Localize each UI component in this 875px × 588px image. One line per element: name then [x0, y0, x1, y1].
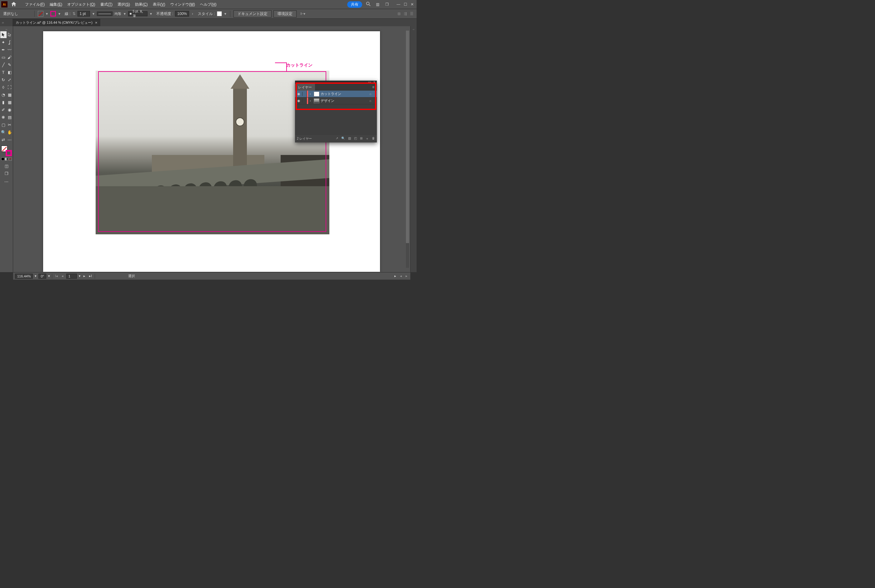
isolate-icon[interactable]: ⇶ [404, 12, 407, 16]
gradient-mode[interactable] [5, 158, 8, 160]
align-icon[interactable]: ⊩▾ [300, 12, 305, 16]
menu-s[interactable]: 選択(S) [115, 2, 132, 7]
search-layer-icon[interactable]: 🔍 [341, 136, 345, 141]
draw-mode[interactable]: ◫ [3, 162, 10, 170]
profile-dropdown[interactable]: ▾ [123, 12, 126, 16]
visibility-icon[interactable]: ◉ [295, 99, 303, 103]
magic-wand-tool[interactable]: ✦ [0, 39, 6, 46]
gradient-tool[interactable]: ▮ [0, 99, 6, 106]
shape-builder-tool[interactable]: ◔ [0, 91, 6, 98]
slice-tool[interactable]: ✂ [6, 121, 13, 128]
curvature-tool[interactable]: 〰 [6, 46, 13, 53]
type-tool[interactable]: T [0, 69, 6, 76]
target-icon[interactable]: ○ [368, 92, 373, 96]
scrollbar-thumb[interactable] [406, 31, 409, 243]
list-icon[interactable]: ☰ [410, 12, 413, 16]
eyedropper-tool[interactable]: ✐ [0, 106, 6, 113]
new-layer-icon[interactable]: ＋ [366, 136, 369, 141]
collect-icon[interactable]: ▧ [348, 136, 351, 141]
placed-image[interactable] [96, 70, 329, 234]
close-button[interactable]: ✕ [409, 2, 415, 6]
new-sublayer-icon[interactable]: ⊞ [360, 136, 363, 141]
first-artboard-button[interactable]: I◂ [54, 274, 59, 278]
share-button[interactable]: 共有 [347, 1, 362, 8]
fill-dropdown[interactable]: ▾ [45, 12, 48, 16]
target-icon[interactable]: ○ [368, 99, 373, 103]
hand-tool[interactable]: ✋ [6, 129, 13, 136]
make-clipping-icon[interactable]: ◰ [354, 136, 357, 141]
graph-tool[interactable]: ▤ [6, 114, 13, 121]
lock-column[interactable] [303, 98, 307, 104]
workspace-icon[interactable]: ❐ [383, 2, 390, 6]
stroke-stepper[interactable]: ⇅ [72, 12, 76, 16]
minimize-button[interactable]: — [395, 2, 402, 6]
profile-preview[interactable] [97, 12, 113, 16]
direct-selection-tool[interactable] [6, 31, 13, 38]
menu-c[interactable]: 効果(C) [132, 2, 150, 7]
pen-tool[interactable]: ✒ [0, 46, 6, 53]
rectangle-tool[interactable]: ▭ [0, 54, 6, 61]
transform-icon[interactable]: ⊞ [398, 12, 401, 16]
eraser-tool[interactable]: ◧ [6, 69, 13, 76]
zoom-field[interactable]: 116.44% [15, 274, 33, 279]
lasso-tool[interactable]: ʆ [6, 39, 13, 46]
stroke-weight-field[interactable]: 1 pt [78, 11, 90, 16]
blend-tool[interactable]: ◉ [6, 106, 13, 113]
panel-titlebar[interactable]: «« ✕ [295, 81, 377, 84]
rotate-field[interactable]: 0° [38, 274, 46, 279]
menu-e[interactable]: 編集(E) [47, 2, 65, 7]
layers-tab[interactable]: レイヤー [295, 84, 315, 91]
document-setup-button[interactable]: ドキュメント設定 [233, 10, 272, 18]
none-mode[interactable] [9, 158, 12, 160]
status-more-button[interactable]: ▸ [393, 274, 397, 278]
symbol-sprayer-tool[interactable]: ❋ [0, 114, 6, 121]
vertical-scrollbar[interactable] [406, 31, 409, 268]
prev-artboard-button[interactable]: ◂ [61, 274, 65, 278]
zoom-dropdown[interactable]: ▾ [35, 274, 36, 278]
perspective-tool[interactable]: ▦ [6, 91, 13, 98]
fill-swatch[interactable] [38, 11, 44, 16]
opacity-field[interactable]: 100% [175, 11, 189, 16]
canvas[interactable]: カットライン [13, 26, 410, 272]
close-tab-icon[interactable]: × [95, 20, 98, 25]
brush-preview[interactable]: 5 pt. 丸筆 [128, 11, 147, 16]
panel-collapse-icon[interactable]: «« [368, 81, 371, 84]
status-nav1[interactable]: ◂ [399, 274, 403, 278]
edit-toolbar[interactable]: ⋯ [6, 136, 13, 143]
stroke-weight-dropdown[interactable]: ▾ [92, 12, 95, 16]
menu-w[interactable]: ウィンドウ(W) [168, 2, 198, 7]
maximize-button[interactable]: ☐ [402, 2, 408, 6]
last-artboard-button[interactable]: ▸I [88, 274, 93, 278]
toggle-fill-stroke[interactable]: ⇄ [0, 136, 6, 143]
free-transform-tool[interactable]: ⛶ [6, 84, 13, 91]
menu-v[interactable]: 表示(V) [150, 2, 168, 7]
edit-toolbar-bottom[interactable]: ⋯ [3, 178, 10, 185]
status-nav2[interactable]: ▸ [405, 274, 408, 278]
width-tool[interactable]: ◊ [0, 84, 6, 91]
artboard-dropdown[interactable]: ▾ [79, 274, 81, 278]
fill-stroke-control[interactable] [1, 146, 12, 156]
home-icon[interactable] [10, 2, 18, 7]
panel-menu-icon[interactable]: ≡ [370, 85, 377, 89]
disclosure-icon[interactable]: › [308, 99, 312, 102]
preferences-button[interactable]: 環境設定 [273, 10, 297, 18]
next-artboard-button[interactable]: ▸ [83, 274, 86, 278]
menu-f[interactable]: ファイル(F) [23, 2, 47, 7]
stroke-dropdown[interactable]: ▾ [58, 12, 61, 16]
document-tab[interactable]: カットライン.ai* @ 116.44 % (CMYK/プレビュー) × [12, 19, 100, 26]
opacity-more[interactable]: › [191, 12, 194, 16]
brush-dropdown[interactable]: ▾ [149, 12, 153, 16]
artboard-tool[interactable]: ▢ [0, 121, 6, 128]
shaper-tool[interactable]: ✎ [6, 61, 13, 68]
search-icon[interactable] [365, 2, 372, 7]
lock-column[interactable] [303, 91, 307, 97]
delete-layer-icon[interactable]: 🗑 [372, 136, 375, 141]
color-mode[interactable] [1, 158, 5, 160]
arrange-icon[interactable]: ▥ [374, 2, 381, 6]
selection-tool[interactable] [0, 31, 6, 38]
layer-row[interactable]: ◉›デザイン○ [295, 98, 377, 104]
dock-expand-icon[interactable]: ‹‹ [411, 26, 417, 31]
scale-tool[interactable]: ⤢ [6, 76, 13, 83]
screen-mode[interactable]: ❐ [3, 170, 10, 177]
rotate-tool[interactable]: ↻ [0, 76, 6, 83]
